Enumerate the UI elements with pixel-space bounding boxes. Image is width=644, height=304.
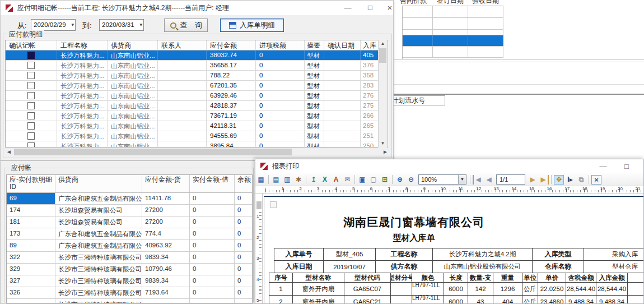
from-date-combo[interactable]: 2020/02/29 ▾ bbox=[31, 19, 76, 31]
vertical-scrollbar[interactable]: ▲ ▼ bbox=[378, 40, 387, 148]
table-row[interactable]: 长沙万科魅力...山东南山铝业...788.220型材358 bbox=[6, 71, 380, 81]
confirm-checkbox[interactable] bbox=[27, 52, 35, 59]
column-header[interactable]: 供货商 bbox=[55, 175, 142, 192]
close-preview-icon[interactable]: × bbox=[591, 175, 601, 185]
scrollbar-thumb[interactable] bbox=[379, 48, 386, 63]
excel-icon[interactable]: X bbox=[320, 175, 330, 185]
ruler-number: 5 bbox=[256, 298, 259, 303]
column-header[interactable]: 实付金额-借 bbox=[190, 175, 235, 192]
confirm-cell bbox=[6, 81, 57, 90]
close-icon[interactable]: × bbox=[381, 1, 398, 15]
scroll-down-icon[interactable]: ▼ bbox=[379, 140, 387, 148]
table-row[interactable]: 322长沙市三湘特种玻璃有限公司9839.3400 bbox=[7, 252, 253, 264]
column-header[interactable]: 确认日期 bbox=[324, 40, 361, 50]
minimize-icon[interactable]: — bbox=[595, 159, 612, 174]
confirm-cell bbox=[6, 91, 57, 100]
column-header[interactable]: 工程名称 bbox=[57, 40, 108, 50]
table-row[interactable]: 327长沙市三湘特种玻璃有限公司9839.3400 bbox=[7, 275, 253, 287]
table-row[interactable]: 174长沙坦森贸易有限公司2720000 bbox=[7, 205, 253, 217]
title-bar[interactable]: 应付明细记帐------当前工程: 长沙万科魅力之城4.2期------当前用户… bbox=[1, 1, 393, 15]
maximize-icon[interactable]: □ bbox=[362, 1, 379, 15]
column-header[interactable]: 应付金额-货 bbox=[142, 175, 190, 192]
confirm-checkbox[interactable] bbox=[27, 132, 35, 140]
table-row[interactable]: 长沙万科魅力...山东南山铝业...38032.740型材405 bbox=[6, 50, 380, 61]
column-header[interactable]: 应-实付款明细ID bbox=[7, 175, 55, 192]
confirm-checkbox[interactable] bbox=[27, 142, 35, 148]
table-row[interactable]: 长沙万科魅力...山东南山铝业...35658.170型材376 bbox=[6, 61, 380, 71]
prev-page-icon[interactable]: ◀ bbox=[484, 175, 494, 185]
next-page-icon[interactable]: ▶ bbox=[528, 175, 538, 185]
confirm-checkbox[interactable] bbox=[27, 72, 35, 79]
mail-icon[interactable]: ✉ bbox=[342, 175, 352, 185]
column-header[interactable]: 余额 bbox=[235, 175, 253, 192]
table-row[interactable]: 181长沙坦森贸易有限公司2720000 bbox=[7, 217, 253, 228]
page-setup-icon[interactable]: ✱ bbox=[293, 175, 304, 185]
detail-cell: B区-1R2F bbox=[628, 296, 643, 303]
plan-serial-field[interactable]: 计划流水号 bbox=[391, 95, 445, 105]
confirm-checkbox[interactable] bbox=[27, 122, 35, 130]
scroll-right-icon[interactable]: ► bbox=[381, 148, 389, 156]
to-date-combo[interactable]: 2020/03/31 ▾ bbox=[99, 19, 144, 31]
page-number-field[interactable]: 1/1 bbox=[496, 174, 525, 185]
table-row[interactable]: 长沙万科魅力...山东南山铝业...42818.370型材275 bbox=[6, 101, 380, 111]
confirm-checkbox[interactable] bbox=[27, 102, 35, 109]
scroll-left-icon[interactable]: ◄ bbox=[5, 148, 13, 156]
design-icon[interactable]: ▦ bbox=[256, 175, 266, 185]
table-row[interactable]: 长沙万科魅力...山东南山铝业...67201.350型材283 bbox=[6, 81, 380, 91]
column-header[interactable]: 供货商 bbox=[108, 40, 158, 50]
column-header[interactable]: 联系人 bbox=[158, 40, 207, 50]
zoom-in-icon[interactable]: ⊕ bbox=[395, 175, 405, 185]
copy-icon[interactable]: ⧉ bbox=[576, 175, 586, 185]
column-header[interactable]: 入库 bbox=[361, 40, 380, 50]
first-page-icon[interactable]: ◀ bbox=[473, 175, 483, 185]
text-select-icon[interactable]: I▸ bbox=[565, 175, 575, 185]
table-row[interactable]: 326长沙市三湘特种玻璃有限公司7193.6400 bbox=[7, 287, 253, 299]
pdf-icon[interactable]: A bbox=[331, 175, 341, 185]
table-row[interactable]: 长沙万科魅力...山东南山铝业...42118.310型材265 bbox=[6, 121, 380, 131]
zoom-level-combo[interactable]: 100%▼ bbox=[418, 174, 466, 185]
scroll-up-icon[interactable]: ▲ bbox=[379, 40, 387, 48]
pages-icon[interactable]: ⊞ bbox=[380, 175, 390, 185]
table-row[interactable]: 69广东合和建筑五金制品有限公司11411.7800 bbox=[7, 193, 253, 205]
confirm-checkbox[interactable] bbox=[27, 82, 35, 89]
table-row[interactable]: 长沙市三湘特种玻璃有限公司 bbox=[7, 299, 253, 303]
zoom-out-icon[interactable]: ⊖ bbox=[406, 175, 416, 185]
minimize-icon[interactable]: — bbox=[339, 1, 356, 15]
close-icon[interactable]: × bbox=[640, 159, 644, 174]
title-bar[interactable]: 报表打印 bbox=[255, 159, 643, 173]
column-header[interactable]: 应付金额 bbox=[207, 40, 256, 50]
inbound-detail-button[interactable]: 入库单明细 bbox=[220, 19, 284, 32]
query-button[interactable]: 查 询 bbox=[164, 19, 208, 32]
horizontal-scrollbar[interactable]: ◄ ► bbox=[5, 148, 389, 156]
supplier-cell: 山东南山铝业... bbox=[108, 50, 158, 60]
last-page-icon[interactable]: ▶ bbox=[539, 175, 549, 185]
column-header[interactable]: 进项税额 bbox=[256, 40, 305, 50]
scrollbar-thumb[interactable] bbox=[14, 149, 292, 155]
confirm-checkbox[interactable] bbox=[27, 112, 35, 119]
page-icon[interactable]: ▢ bbox=[368, 175, 379, 185]
table-row[interactable]: 173广东合和建筑五金制品有限公司774.400 bbox=[7, 228, 253, 240]
table-row[interactable]: 长沙万科魅力...山东南山铝业...94555.690型材251 bbox=[6, 131, 380, 141]
book-icon[interactable]: ▥ bbox=[282, 175, 292, 185]
table-row[interactable]: 长沙万科魅力...山东南山铝业...3895.840型材250 bbox=[6, 141, 380, 148]
hand-tool-icon[interactable]: ✥ bbox=[554, 175, 564, 185]
maximize-icon[interactable]: □ bbox=[618, 159, 635, 174]
table-row[interactable]: 长沙万科魅力...山东南山铝业...63929.460型材276 bbox=[6, 91, 380, 101]
confirm-cell bbox=[6, 111, 57, 121]
summary-cell: 型材 bbox=[305, 101, 324, 110]
column-header[interactable]: 摘要 bbox=[305, 40, 324, 50]
confirm-date-cell bbox=[324, 61, 361, 70]
print-icon[interactable]: ▤ bbox=[271, 175, 281, 185]
table-row[interactable]: 329长沙市三湘特种玻璃有限公司10790.4600 bbox=[7, 264, 253, 275]
confirm-checkbox[interactable] bbox=[27, 62, 35, 69]
ruler-number: 20 bbox=[618, 186, 623, 191]
selected-row[interactable] bbox=[403, 35, 503, 47]
table-row[interactable]: 89广东合和建筑五金制品有限公司40963.9200 bbox=[7, 240, 253, 252]
save-icon[interactable]: ▣ bbox=[357, 175, 367, 185]
preview-area[interactable]: 湖南巨晟门窗幕墙有限公司 型材入库单 入库单号型材_405工程名称长沙万科魅力之… bbox=[263, 194, 643, 303]
confirm-checkbox[interactable] bbox=[27, 92, 35, 99]
column-header[interactable]: 确认记帐 bbox=[6, 40, 57, 50]
table-row[interactable]: 长沙万科魅力...山东南山铝业...73671.190型材266 bbox=[6, 111, 380, 121]
chevron-down-icon[interactable]: ▼ bbox=[458, 175, 466, 184]
export-icon[interactable]: ↥ bbox=[309, 175, 319, 185]
